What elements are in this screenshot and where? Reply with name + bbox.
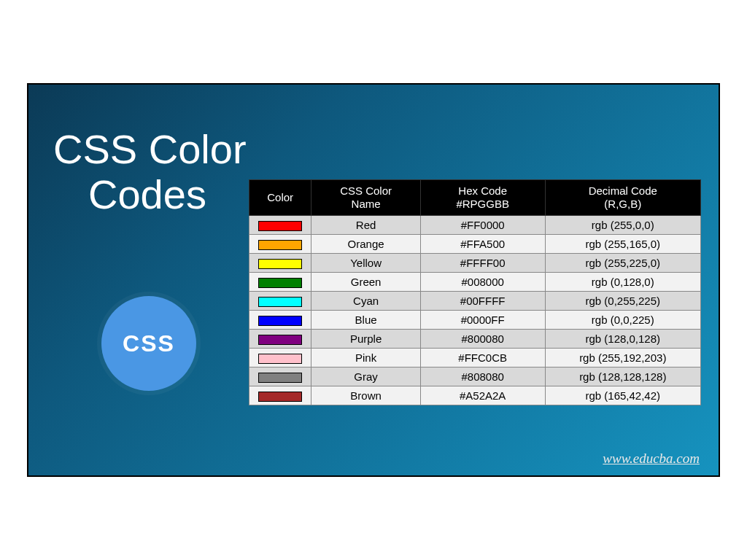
table-row: Red#FF0000rgb (255,0,0) <box>249 216 701 235</box>
cell-rgb-code: rgb (255,0,0) <box>545 216 700 235</box>
table-row: Purple#800080rgb (128,0,128) <box>249 330 701 349</box>
cell-swatch <box>249 330 311 349</box>
color-codes-table: Color CSS Color Name Hex Code #RPGGBB De… <box>249 179 701 405</box>
title-line-1: CSS Color <box>53 127 247 172</box>
css-badge-label: CSS <box>123 330 175 357</box>
col-header-hex: Hex Code #RPGGBB <box>420 180 545 216</box>
cell-hex-code: #0000FF <box>420 311 545 330</box>
cell-swatch <box>249 273 311 292</box>
table-row: Gray#808080rgb (128,128,128) <box>249 368 701 386</box>
cell-hex-code: #FFA500 <box>420 235 545 254</box>
header-name-top: CSS Color <box>340 184 392 197</box>
cell-hex-code: #FF0000 <box>420 216 545 235</box>
cell-color-name: Gray <box>311 368 420 386</box>
page-title: CSS Color Codes <box>53 127 247 217</box>
cell-color-name: Cyan <box>311 292 420 311</box>
color-swatch <box>258 259 302 269</box>
cell-rgb-code: rgb (128,128,128) <box>545 368 700 386</box>
header-color-label: Color <box>267 191 293 203</box>
title-line-2: Codes <box>53 172 247 217</box>
table-header-row: Color CSS Color Name Hex Code #RPGGBB De… <box>249 180 701 216</box>
table-row: Yellow#FFFF00rgb (255,225,0) <box>249 254 701 273</box>
color-swatch <box>258 354 302 364</box>
color-swatch <box>258 373 302 383</box>
cell-hex-code: #00FFFF <box>420 292 545 311</box>
color-swatch <box>258 278 302 288</box>
table-row: Brown#A52A2Argb (165,42,42) <box>249 386 701 405</box>
table-row: Green#008000rgb (0,128,0) <box>249 273 701 292</box>
cell-rgb-code: rgb (0,0,225) <box>545 311 700 330</box>
cell-hex-code: #FFFF00 <box>420 254 545 273</box>
cell-rgb-code: rgb (255,225,0) <box>545 254 700 273</box>
cell-swatch <box>249 386 311 405</box>
cell-swatch <box>249 254 311 273</box>
cell-swatch <box>249 349 311 368</box>
cell-color-name: Pink <box>311 349 420 368</box>
table-row: Pink#FFC0CBrgb (255,192,203) <box>249 349 701 368</box>
cell-color-name: Yellow <box>311 254 420 273</box>
color-swatch <box>258 392 302 402</box>
cell-swatch <box>249 216 311 235</box>
cell-color-name: Brown <box>311 386 420 405</box>
cell-rgb-code: rgb (165,42,42) <box>545 386 700 405</box>
table-row: Cyan#00FFFFrgb (0,255,225) <box>249 292 701 311</box>
col-header-color: Color <box>249 180 311 216</box>
header-hex-bottom: #RPGGBB <box>456 198 509 210</box>
cell-hex-code: #808080 <box>420 368 545 386</box>
col-header-name: CSS Color Name <box>311 180 420 216</box>
color-swatch <box>258 240 302 250</box>
cell-hex-code: #800080 <box>420 330 545 349</box>
color-swatch <box>258 335 302 345</box>
header-rgb-top: Decimal Code <box>589 184 657 197</box>
header-name-bottom: Name <box>352 198 381 210</box>
cell-rgb-code: rgb (255,192,203) <box>545 349 700 368</box>
css-badge: CSS <box>101 296 196 391</box>
slide-root: CSS Color Codes CSS Color CSS Color Name… <box>27 83 720 477</box>
cell-swatch <box>249 292 311 311</box>
cell-swatch <box>249 235 311 254</box>
cell-rgb-code: rgb (0,255,225) <box>545 292 700 311</box>
cell-rgb-code: rgb (0,128,0) <box>545 273 700 292</box>
color-swatch <box>258 316 302 326</box>
cell-color-name: Green <box>311 273 420 292</box>
header-rgb-bottom: (R,G,B) <box>604 198 641 210</box>
cell-swatch <box>249 311 311 330</box>
cell-color-name: Purple <box>311 330 420 349</box>
cell-color-name: Blue <box>311 311 420 330</box>
color-swatch <box>258 221 302 231</box>
footer-url: www.educba.com <box>603 451 700 467</box>
cell-hex-code: #FFC0CB <box>420 349 545 368</box>
cell-hex-code: #A52A2A <box>420 386 545 405</box>
cell-color-name: Orange <box>311 235 420 254</box>
table-row: Orange#FFA500rgb (255,165,0) <box>249 235 701 254</box>
cell-swatch <box>249 368 311 386</box>
table-row: Blue#0000FFrgb (0,0,225) <box>249 311 701 330</box>
cell-color-name: Red <box>311 216 420 235</box>
color-swatch <box>258 297 302 307</box>
cell-hex-code: #008000 <box>420 273 545 292</box>
cell-rgb-code: rgb (255,165,0) <box>545 235 700 254</box>
header-hex-top: Hex Code <box>458 184 507 197</box>
col-header-rgb: Decimal Code (R,G,B) <box>545 180 700 216</box>
cell-rgb-code: rgb (128,0,128) <box>545 330 700 349</box>
